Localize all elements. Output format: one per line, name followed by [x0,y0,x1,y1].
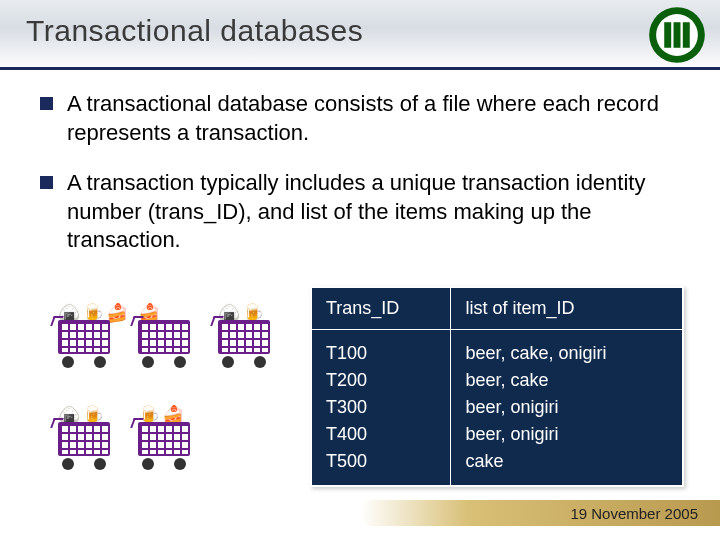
cart-icon: 🍙🍺 [50,388,122,480]
logo-icon [648,6,706,64]
page-title: Transactional databases [26,14,694,48]
lower-section: 🍙🍺🍰 🍰 🍙🍺 🍙🍺 🍺🍰 [0,286,720,487]
transaction-table: Trans_ID list of item_ID T100 T200 T300 … [310,286,684,487]
bullet-icon [40,97,53,110]
table-container: Trans_ID list of item_ID T100 T200 T300 … [310,286,720,487]
svg-rect-3 [674,22,681,48]
cart-icon: 🍙🍺🍰 [50,286,122,378]
bullet-text: A transactional database consists of a f… [67,90,680,147]
cart-icon: 🍰 [130,286,202,378]
col-header-transid: Trans_ID [311,287,451,330]
table-row: T100 T200 T300 T400 T500 beer, cake, oni… [311,330,683,487]
bullet-item: A transactional database consists of a f… [40,90,680,147]
content-area: A transactional database consists of a f… [0,70,720,255]
cart-grid: 🍙🍺🍰 🍰 🍙🍺 🍙🍺 🍺🍰 [0,286,310,487]
svg-rect-2 [664,22,671,48]
col-header-items: list of item_ID [451,287,683,330]
cart-icon: 🍙🍺 [210,286,282,378]
title-bar: Transactional databases [0,0,720,70]
svg-rect-4 [683,22,690,48]
bullet-item: A transaction typically includes a uniqu… [40,169,680,255]
bullet-text: A transaction typically includes a uniqu… [67,169,680,255]
cell-items: beer, cake, onigiri beer, cake beer, oni… [451,330,683,487]
footer-date: 19 November 2005 [360,500,720,526]
cell-transid: T100 T200 T300 T400 T500 [311,330,451,487]
table-header-row: Trans_ID list of item_ID [311,287,683,330]
cart-icon: 🍺🍰 [130,388,202,480]
bullet-icon [40,176,53,189]
